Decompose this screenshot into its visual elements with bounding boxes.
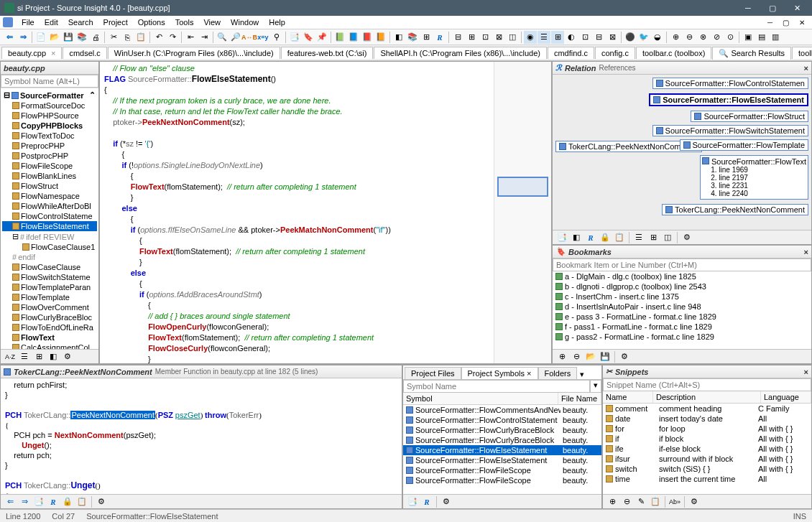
ctx-f3[interactable]: 📋 [75,495,88,508]
rel-f4[interactable]: 📋 [613,231,626,244]
proj-input-drop[interactable]: ▾ [590,380,601,393]
misc3[interactable]: ⊗ [696,31,709,44]
ctx-gear[interactable]: ⚙ [95,495,108,508]
ft2[interactable]: ⊞ [32,350,45,363]
project-symbol-row[interactable]: SourceFormatter::FlowCommentsAndNewLineb… [403,405,601,415]
sym1[interactable]: ◧ [392,31,405,44]
tree-item[interactable]: CopyPHPBlocks [2,121,97,131]
tree-item[interactable]: FlowCaseClause [2,262,97,272]
view2[interactable]: ☰ [538,31,550,44]
snippet-row[interactable]: ifif blockAll with { } [603,434,811,444]
tab-folders[interactable]: Folders [538,367,578,379]
win1[interactable]: ⊟ [451,31,464,44]
cut-button[interactable]: ✂ [107,31,120,44]
bookmark-item[interactable]: e - pass 3 - FormatLine - format.c line … [553,312,811,322]
tree-item[interactable]: FlowTemplate [2,292,97,302]
tree-item[interactable]: FlowControlStateme [2,211,97,221]
win5[interactable]: ◫ [506,31,519,44]
rel-gear[interactable]: ⚙ [680,231,693,244]
tool3[interactable]: ◒ [651,31,664,44]
tree-item[interactable]: FlowBlankLines [2,171,97,181]
bookmark-input[interactable] [553,258,811,271]
indent-out[interactable]: ⇤ [184,31,197,44]
tab-toolbarc[interactable]: toolbar.c (toolbox) [636,47,711,59]
snippet-input[interactable] [603,378,811,391]
search-proj[interactable]: ⚲ [270,31,283,44]
minimap[interactable] [494,62,551,363]
end1[interactable]: ▣ [742,31,755,44]
ft1[interactable]: ☰ [18,350,31,363]
snippet-row[interactable]: dateinsert today's dateAll [603,414,811,424]
undo-button[interactable]: ↶ [152,31,165,44]
bm-f2[interactable]: ⊖ [570,350,583,363]
open-button[interactable]: 📂 [48,31,61,44]
ctx-fwd[interactable]: ⇒ [18,495,31,508]
indent-in[interactable]: ⇥ [198,31,211,44]
rel-f7[interactable]: ◫ [661,231,674,244]
tool1[interactable]: ⚫ [624,31,637,44]
symbol-search-input[interactable] [1,75,98,88]
snippet-row[interactable]: ifsursurround with if blockAll with { } [603,454,811,464]
project-symbol-row[interactable]: SourceFormatter::FlowElseStatementbeauty… [403,445,601,455]
tree-item[interactable]: FlowText [2,332,97,342]
win3[interactable]: ⊡ [479,31,492,44]
sn-f1[interactable]: ⊕ [606,495,619,508]
tab-close-icon[interactable]: × [51,49,55,57]
back-button[interactable]: ⇐ [3,31,16,44]
ctx-back[interactable]: ⇐ [4,495,17,508]
sn-f4[interactable]: 📋 [649,495,662,508]
bm2[interactable]: 🔖 [302,31,315,44]
ctx-f2[interactable]: 🔒 [61,495,74,508]
proj3[interactable]: 📕 [361,31,374,44]
bookmark-item[interactable]: c - InsertChm - insert.c line 1375 [553,292,811,302]
rel-r[interactable]: R [584,231,597,244]
project-symbol-row[interactable]: SourceFormatter::FlowFileScopebeauty. [403,465,601,475]
mdi-min[interactable]: ─ [763,18,777,27]
tree-item[interactable]: FlowWhileAfterDoBl [2,201,97,211]
proj2[interactable]: 📘 [347,31,360,44]
sym3[interactable]: ⊞ [420,31,433,44]
menu-file[interactable]: File [17,17,39,27]
view1[interactable]: ◉ [524,31,537,44]
redo-button[interactable]: ↷ [166,31,179,44]
tab-searchresults[interactable]: 🔍 Search Results [712,47,791,60]
tab-features[interactable]: features-web.txt (C:\si) [281,47,374,59]
relation-r[interactable]: R [433,31,446,44]
forward-button[interactable]: ⇒ [17,31,29,44]
snippet-row[interactable]: switchswitch (SiS) { }All with { } [603,464,811,474]
ps-gear[interactable]: ⚙ [440,495,453,508]
bm-f4[interactable]: 💾 [599,350,612,363]
sn-ab[interactable]: Ab» [668,495,681,508]
bookmarks-close[interactable]: × [804,248,808,256]
win4[interactable]: ⊠ [492,31,505,44]
menu-options[interactable]: Options [134,17,170,27]
bookmark-item[interactable]: d - InsertIslnAutoPair - insert.c line 9… [553,302,811,312]
bm3[interactable]: 📌 [315,31,328,44]
sym2[interactable]: 📚 [406,31,419,44]
snippet-row[interactable]: ifeif-else blockAll with { } [603,444,811,454]
tree-item[interactable]: FlowTextToDoc [2,131,97,141]
tree-item[interactable]: FlowCurlyBraceBloc [2,312,97,322]
sn-f2[interactable]: ⊖ [620,495,633,508]
rel-f1[interactable]: 📑 [555,231,568,244]
misc2[interactable]: ⊖ [683,31,696,44]
snippet-row[interactable]: commentcomment headingC Family [603,404,811,414]
misc1[interactable]: ⊕ [669,31,682,44]
col-filename[interactable]: File Name [558,393,601,404]
project-symbol-row[interactable]: SourceFormatter::FlowCurlyBraceBlockbeau… [403,425,601,435]
col-lang[interactable]: Language [761,391,811,403]
tab-toolbarh[interactable]: toolbar.h (toolbox) [792,47,812,59]
snippets-close[interactable]: × [804,368,808,376]
tree-endif[interactable]: # endif [2,252,97,262]
tree-item[interactable]: CalcAssignmentCol [2,342,97,349]
menu-edit[interactable]: Edit [40,17,63,27]
tree-item[interactable]: FlowTemplateParan [2,282,97,292]
project-symbol-row[interactable]: SourceFormatter::FlowElseStatementbeauty… [403,455,601,465]
view3[interactable]: ⊞ [551,31,564,44]
tab-close-icon[interactable]: × [527,369,531,378]
ps-f1[interactable]: 📑 [406,495,419,508]
tab-project-files[interactable]: Project Files [405,367,461,379]
project-symbol-row[interactable]: SourceFormatter::FlowControlStatementbea… [403,415,601,425]
bm-f1[interactable]: ⊕ [555,350,568,363]
snippet-row[interactable]: forfor loopAll with { } [603,424,811,434]
